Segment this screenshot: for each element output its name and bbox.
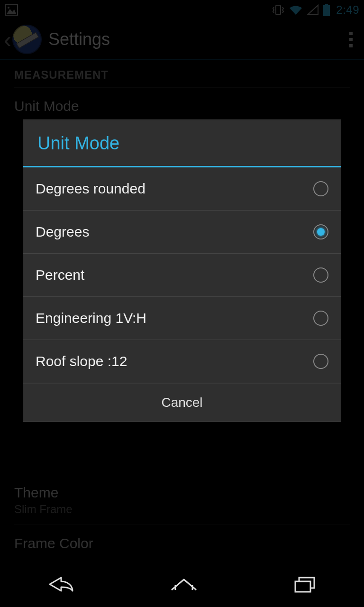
- unit-mode-dialog: Unit Mode Degrees rounded Degrees Percen…: [23, 120, 341, 422]
- option-percent[interactable]: Percent: [23, 254, 341, 297]
- radio-icon: [313, 181, 328, 196]
- svg-rect-7: [295, 581, 310, 592]
- option-label: Degrees rounded: [36, 181, 146, 197]
- option-label: Percent: [36, 267, 84, 283]
- radio-icon: [313, 267, 328, 283]
- cancel-button[interactable]: Cancel: [23, 383, 341, 422]
- radio-icon: [313, 354, 328, 369]
- navigation-bar: [0, 561, 364, 607]
- option-degrees-rounded[interactable]: Degrees rounded: [23, 167, 341, 211]
- option-roof-slope[interactable]: Roof slope :12: [23, 340, 341, 383]
- dialog-title: Unit Mode: [23, 120, 341, 167]
- nav-recent-button[interactable]: [292, 575, 317, 594]
- option-label: Degrees: [36, 224, 89, 240]
- nav-back-button[interactable]: [47, 575, 75, 594]
- nav-home-button[interactable]: [169, 575, 199, 594]
- radio-icon: [313, 224, 328, 239]
- dialog-options: Degrees rounded Degrees Percent Engineer…: [23, 167, 341, 383]
- option-label: Engineering 1V:H: [36, 310, 146, 326]
- radio-icon: [313, 311, 328, 326]
- option-engineering[interactable]: Engineering 1V:H: [23, 297, 341, 340]
- option-label: Roof slope :12: [36, 353, 127, 369]
- option-degrees[interactable]: Degrees: [23, 211, 341, 254]
